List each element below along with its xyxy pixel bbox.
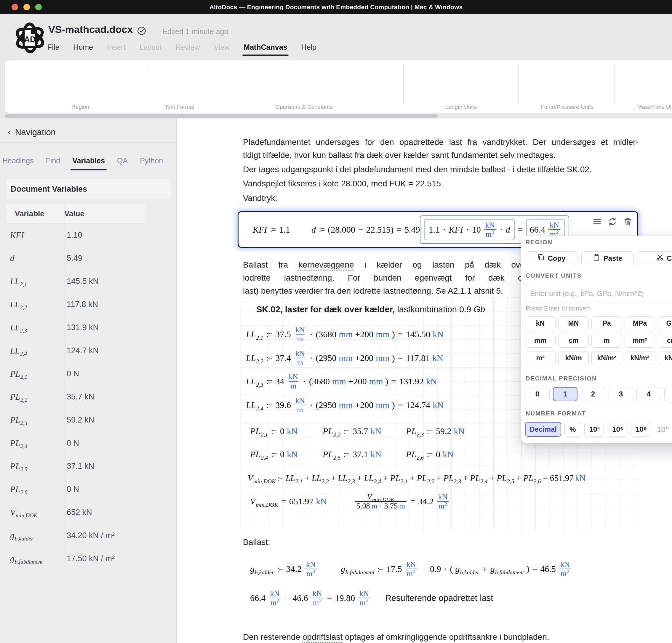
variable-name: Vmin,DOK bbox=[10, 508, 64, 517]
table-row[interactable]: LL2,3131.9 kN bbox=[6, 316, 145, 339]
math-expression-d[interactable]: d:=(28.000−22.515)=5.49 bbox=[311, 225, 420, 235]
math-region-pl1[interactable]: PL2,1:=0kN bbox=[250, 426, 298, 436]
math-region-pl4[interactable]: PL2,4:=0kN bbox=[250, 449, 298, 459]
math-superscript: 2 bbox=[277, 598, 279, 603]
menu-mathcanvas[interactable]: MathCanvas bbox=[244, 43, 287, 56]
traffic-light-minimize-icon[interactable] bbox=[23, 4, 30, 10]
unit-button-kn-m[interactable]: kN·m bbox=[658, 351, 672, 365]
math-region-ll2[interactable]: LL2,2:=37.4kNm·(2950mm+200mm)=117.81kN bbox=[246, 349, 443, 367]
menu-view[interactable]: View bbox=[214, 43, 230, 56]
unit-button-cm[interactable]: cm² bbox=[658, 333, 672, 348]
traffic-light-zoom-icon[interactable] bbox=[35, 4, 42, 10]
copy-button[interactable]: Copy bbox=[525, 251, 577, 265]
math-subscript: 2,3 bbox=[256, 381, 264, 388]
math-number: 35.7 bbox=[353, 426, 368, 436]
math-region-pl2[interactable]: PL2,2:=35.7kN bbox=[323, 426, 381, 436]
region-menu-icon[interactable] bbox=[592, 217, 602, 226]
table-row[interactable]: PL2,537.1 kN bbox=[6, 454, 145, 478]
format-button-[interactable]: % bbox=[564, 422, 581, 437]
sidebar-tab-qa[interactable]: QA bbox=[117, 156, 128, 170]
table-row[interactable]: LL2,1145.5 kN bbox=[6, 270, 145, 293]
table-row[interactable]: d5.49 bbox=[6, 246, 145, 270]
table-row[interactable]: PL2,359.2 kN bbox=[6, 408, 145, 432]
paste-button[interactable]: Paste bbox=[581, 251, 634, 265]
unit-convert-input[interactable] bbox=[525, 285, 672, 302]
delete-region-icon[interactable] bbox=[623, 217, 633, 226]
menu-file[interactable]: File bbox=[47, 43, 59, 56]
unit-button-kn[interactable]: kN bbox=[525, 316, 555, 330]
table-row[interactable]: PL2,60 N bbox=[6, 478, 145, 501]
unit-button-cm[interactable]: cm bbox=[558, 333, 589, 348]
sidebar-tab-headings[interactable]: Headings bbox=[2, 156, 34, 170]
math-region-ll4[interactable]: LL2,4:=39.6kNm·(2950mm+200mm)=124.74kN bbox=[246, 396, 443, 414]
unit-button-mm[interactable]: mm² bbox=[625, 333, 655, 348]
precision-button-2[interactable]: 2 bbox=[581, 387, 605, 401]
math-region-ll1[interactable]: LL2,1:=37.5kNm·(3680mm+200mm)=145.50kN bbox=[246, 325, 443, 343]
unit-button-pa[interactable]: Pa bbox=[591, 316, 622, 330]
math-region-subtract[interactable]: 66.4kNm2−46.6kNm2=19.80kNm2 bbox=[250, 589, 371, 607]
table-row[interactable]: gb,fubdament17.50 kN / m² bbox=[6, 547, 145, 570]
math-fraction: kNm2 bbox=[311, 589, 323, 607]
text-line: Ballast: bbox=[243, 536, 638, 549]
unit-button-kn-m[interactable]: kN/m³ bbox=[625, 351, 655, 365]
math-region-pl3[interactable]: PL2,3:=59.2kN bbox=[406, 426, 465, 436]
precision-button-4[interactable]: 4 bbox=[636, 387, 661, 401]
math-region-g1[interactable]: gb,kalder:=34.2kNm2 bbox=[250, 560, 318, 578]
table-row[interactable]: Vmin,DOK652 kN bbox=[6, 501, 145, 524]
table-row[interactable]: PL2,40 N bbox=[6, 432, 145, 454]
sidebar-tab-variables[interactable]: Variables bbox=[72, 156, 105, 170]
math-expression-kfi[interactable]: KFI:=1.1 bbox=[253, 225, 290, 235]
menu-insert[interactable]: Insert bbox=[107, 43, 126, 56]
ribbon-scrollbar-thumb[interactable] bbox=[5, 114, 438, 118]
math-region-vres[interactable]: Vmin,DOK=651.97kN bbox=[250, 496, 327, 506]
navigation-header[interactable]: ‹ Navigation bbox=[8, 127, 56, 138]
precision-button-1[interactable]: 1 bbox=[553, 387, 577, 401]
format-button-decimal[interactable]: Decimal bbox=[525, 422, 561, 437]
math-region-g3[interactable]: 0.9·(gb,kalder+gb,fubdament)=46.5kNm2 bbox=[430, 560, 572, 578]
unit-button-m[interactable]: m² bbox=[525, 351, 555, 365]
table-row[interactable]: LL2,2117.8 kN bbox=[6, 293, 145, 316]
table-row[interactable]: LL2,4124.7 kN bbox=[6, 339, 145, 362]
unit-button-kn-m[interactable]: kN/m² bbox=[591, 351, 622, 365]
unit-button-kn-m[interactable]: kN/m bbox=[558, 351, 589, 365]
table-row[interactable]: PL2,10 N bbox=[6, 362, 145, 385]
precision-button-0[interactable]: 0 bbox=[525, 387, 550, 401]
math-number: 124.74 bbox=[406, 400, 430, 410]
assign-operator: := bbox=[344, 426, 349, 436]
format-button-10[interactable]: 10⁶ bbox=[608, 422, 628, 437]
cut-button[interactable]: Cut bbox=[638, 251, 672, 265]
math-operator: + bbox=[410, 473, 415, 483]
unit-button-m[interactable]: m bbox=[591, 333, 622, 348]
precision-button-clipped[interactable] bbox=[664, 387, 672, 401]
math-expression-input[interactable]: 1.1·KFI·10kNm3·d bbox=[424, 219, 515, 240]
math-number: (28.000 bbox=[328, 225, 355, 235]
menu-layout[interactable]: Layout bbox=[139, 43, 162, 56]
traffic-light-close-icon[interactable] bbox=[12, 4, 18, 10]
math-region-vfrac[interactable]: Vmin,DOK5.08m·3.75m=34.2kNm2 bbox=[354, 493, 450, 510]
sidebar-tab-python[interactable]: Python bbox=[140, 156, 163, 170]
sidebar-tab-find[interactable]: Find bbox=[46, 156, 60, 170]
math-region-g2[interactable]: gb,fubdament:=17.5kNm2 bbox=[341, 560, 418, 578]
math-region-pl6[interactable]: PL2,6:=0kN bbox=[406, 449, 454, 459]
table-row[interactable]: PL2,235.7 kN bbox=[6, 385, 145, 408]
unit-button-mm[interactable]: mm bbox=[525, 333, 555, 348]
math-region-vsum[interactable]: Vmin,DOK:=LL2,1+LL2,2+LL2,3+LL2,4+PL2,1+… bbox=[248, 473, 586, 483]
menu-review[interactable]: Review bbox=[176, 43, 200, 56]
unit-button-gpa[interactable]: GPa bbox=[658, 316, 672, 330]
math-region-ll3[interactable]: LL2,3:=34kNm·(3680mm+200mm)=131.92kN bbox=[246, 373, 437, 390]
assign-operator: := bbox=[270, 225, 275, 234]
math-region-pl5[interactable]: PL2,5:=37.1kN bbox=[323, 449, 381, 459]
unit-button-mn[interactable]: MN bbox=[558, 316, 589, 330]
fraction-denominator: m2 bbox=[437, 501, 449, 510]
format-button-10[interactable]: 10⁹ bbox=[631, 422, 651, 437]
recalculate-icon[interactable] bbox=[608, 217, 617, 226]
format-button-10[interactable]: 10³ bbox=[584, 422, 604, 437]
unit-button-mpa[interactable]: MPa bbox=[625, 316, 655, 330]
collapse-chevron-icon[interactable]: ‹ bbox=[8, 126, 11, 137]
table-row[interactable]: KFI1.10 bbox=[6, 223, 145, 246]
menu-help[interactable]: Help bbox=[301, 43, 316, 56]
math-unit: m2 bbox=[561, 569, 570, 578]
table-row[interactable]: gb,kalder34.20 kN / m² bbox=[6, 524, 145, 547]
precision-button-3[interactable]: 3 bbox=[609, 387, 633, 401]
menu-home[interactable]: Home bbox=[73, 43, 93, 56]
